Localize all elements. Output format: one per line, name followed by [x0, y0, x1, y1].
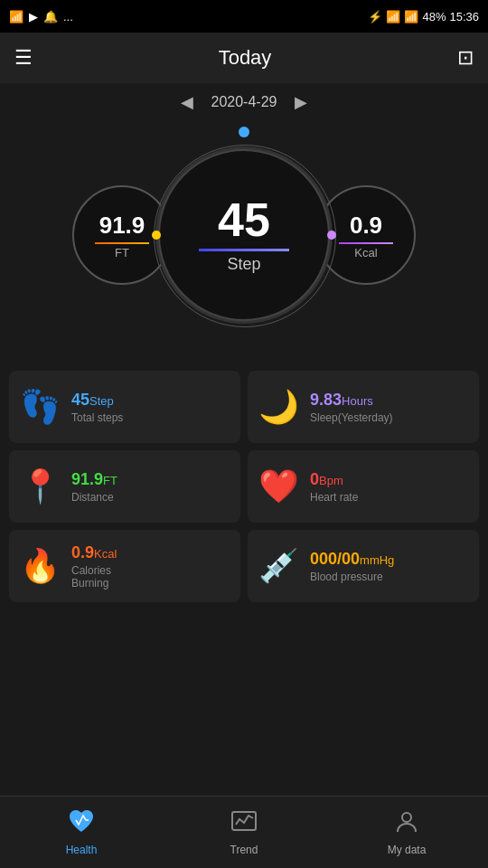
calories-stat-card: 🔥 0.9Kcal CaloriesBurning: [9, 530, 240, 602]
trend-label: Trend: [230, 844, 258, 856]
status-bar: 📶 ▶ 🔔 ... ⚡ 📶 📶 48% 15:36: [0, 0, 488, 33]
heartrate-stat-value: 0Bpm: [310, 470, 358, 489]
left-dot: [152, 231, 161, 240]
sleep-icon: 🌙: [258, 388, 299, 426]
calories-stat-value: 0.9Kcal: [71, 543, 117, 562]
nav-item-health[interactable]: Health: [0, 808, 163, 856]
sleep-info: 9.83Hours Sleep(Yesterday): [310, 391, 393, 424]
distance-stat-value: 91.9FT: [71, 470, 117, 489]
stats-section: 👣 45Step Total steps 🌙 9.83Hours Sleep(Y…: [0, 362, 488, 611]
health-icon: [68, 808, 95, 840]
distance-label: FT: [115, 246, 129, 259]
svg-point-1: [402, 813, 411, 822]
bloodpressure-info: 000/00mmHg Blood pressure: [310, 550, 394, 583]
bloodpressure-icon: 💉: [258, 547, 299, 585]
steps-info: 45Step Total steps: [71, 391, 123, 424]
distance-value: 91.9: [99, 212, 145, 240]
current-date: 2020-4-29: [211, 94, 277, 110]
bell-icon: 🔔: [43, 10, 58, 24]
share-icon[interactable]: ⊡: [457, 46, 474, 70]
status-left-icons: 📶 ▶ 🔔 ...: [9, 10, 73, 24]
steps-label: Step: [227, 255, 260, 274]
signal-icon: 📶: [404, 10, 418, 24]
bloodpressure-stat-value: 000/00mmHg: [310, 550, 394, 569]
distance-stat-label: Distance: [71, 491, 117, 504]
mydata-icon: [393, 808, 420, 840]
status-right-info: ⚡ 📶 📶 48% 15:36: [368, 10, 479, 24]
distance-underline: [95, 242, 149, 244]
steps-stat-label: Total steps: [71, 411, 123, 424]
sleep-stat-value: 9.83Hours: [310, 391, 393, 410]
page-title: Today: [219, 46, 272, 70]
heartrate-stat-label: Heart rate: [310, 491, 358, 504]
steps-icon: 👣: [20, 388, 61, 426]
activity-circles: 91.9 FT 45 Step 0.9 Kcal: [72, 127, 416, 344]
heartrate-stat-card: ❤️ 0Bpm Heart rate: [248, 450, 479, 523]
top-nav: ☰ Today ⊡: [0, 33, 488, 83]
bluetooth-icon: ⚡: [368, 10, 382, 24]
calories-label: Kcal: [354, 246, 377, 259]
steps-stat-card: 👣 45Step Total steps: [9, 371, 240, 443]
hero-section: ◀ 2020-4-29 ▶ 91.9 FT 45 Step 0.9 Kcal: [0, 83, 488, 362]
distance-stat-icon: 📍: [20, 467, 61, 505]
bottom-nav: Health Trend My data: [0, 796, 488, 868]
time-label: 15:36: [449, 10, 479, 24]
nav-item-mydata[interactable]: My data: [325, 808, 488, 856]
app-icon: 📶: [9, 10, 23, 24]
calories-value: 0.9: [350, 212, 382, 240]
steps-stat-value: 45Step: [71, 391, 123, 410]
calories-icon: 🔥: [20, 547, 61, 585]
trend-icon: [230, 808, 258, 840]
battery-label: 48%: [422, 10, 446, 24]
distance-info: 91.9FT Distance: [71, 470, 117, 504]
stats-grid: 👣 45Step Total steps 🌙 9.83Hours Sleep(Y…: [9, 371, 479, 602]
sleep-stat-label: Sleep(Yesterday): [310, 411, 393, 424]
heartrate-info: 0Bpm Heart rate: [310, 470, 358, 504]
menu-icon[interactable]: ☰: [14, 46, 33, 70]
nav-item-trend[interactable]: Trend: [163, 808, 325, 856]
bloodpressure-stat-label: Blood pressure: [310, 571, 394, 583]
steps-circle: 45 Step: [158, 149, 330, 321]
distance-stat-card: 📍 91.9FT Distance: [9, 450, 240, 523]
mydata-label: My data: [388, 844, 427, 856]
next-date-button[interactable]: ▶: [295, 92, 307, 112]
steps-value: 45: [218, 196, 270, 243]
calories-stat-label: CaloriesBurning: [71, 564, 117, 590]
sleep-stat-card: 🌙 9.83Hours Sleep(Yesterday): [248, 371, 479, 443]
play-icon: ▶: [29, 10, 38, 24]
prev-date-button[interactable]: ◀: [181, 92, 193, 112]
date-navigation: ◀ 2020-4-29 ▶: [181, 92, 308, 112]
svg-rect-0: [232, 812, 256, 830]
top-dot: [239, 127, 249, 137]
calories-underline: [339, 242, 393, 244]
steps-underline: [199, 249, 289, 251]
heartrate-icon: ❤️: [258, 467, 299, 505]
bloodpressure-stat-card: 💉 000/00mmHg Blood pressure: [248, 530, 479, 602]
wifi-icon: 📶: [386, 10, 400, 24]
right-dot: [327, 231, 336, 240]
calories-info: 0.9Kcal CaloriesBurning: [71, 543, 117, 590]
more-icon: ...: [63, 10, 73, 24]
health-label: Health: [66, 844, 98, 856]
